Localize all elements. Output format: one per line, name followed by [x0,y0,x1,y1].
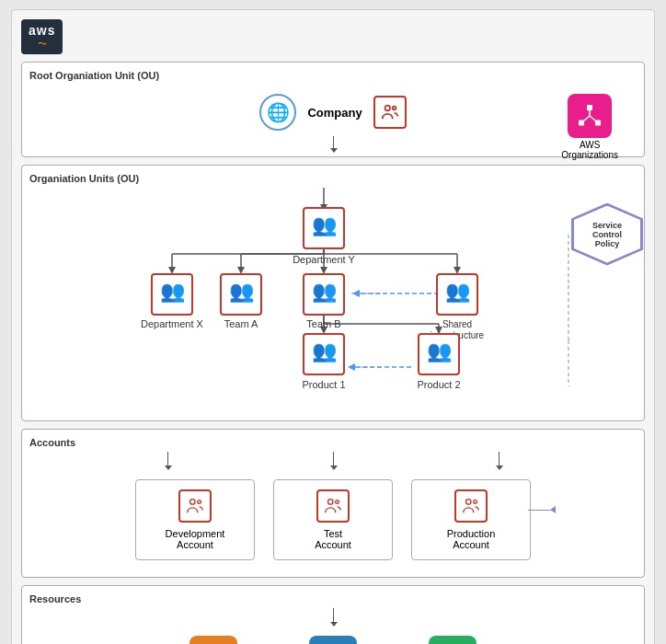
aws-organizations-label: AWSOrganizations [561,140,618,160]
svg-text:Product 1: Product 1 [302,379,345,390]
compute-icon [189,636,237,644]
aws-organizations-icon [568,94,612,138]
company-label: Company [307,106,362,120]
test-account-label: TestAccount [315,528,351,550]
resources-label: Resources [29,593,637,604]
product-1-node: 👥 Product 1 [302,334,345,390]
scp-label: ServiceControlPolicy [592,221,622,248]
team-a-node: 👥 Team A [221,274,261,329]
test-account-box: TestAccount [273,479,393,560]
svg-text:👥: 👥 [445,279,471,304]
company-users-icon [373,96,407,129]
resources-section: Resources [21,585,645,644]
svg-text:Department Y: Department Y [293,254,355,265]
svg-text:Product 2: Product 2 [417,379,460,390]
svg-text:Team B: Team B [306,318,340,329]
aws-smile: 〜 [38,38,47,51]
product-2-node: 👥 Product 2 [417,334,460,390]
svg-point-64 [328,500,334,505]
svg-marker-24 [454,267,461,274]
ou-section: Organiation Units (OU) ServiceControlPol… [21,165,645,421]
database-icon [309,636,357,644]
production-account-label: ProductionAccount [447,528,496,550]
svg-rect-2 [587,105,592,110]
svg-text:👥: 👥 [229,279,255,304]
aws-text: aws [29,23,55,38]
scp-hexagon-container: ServiceControlPolicy [570,202,644,266]
root-ou-content: 🌐 Company [29,85,637,140]
svg-point-66 [466,500,472,505]
aws-organizations-box: AWSOrganizations [561,94,618,160]
main-container: aws 〜 Root Organiation Unit (OU) 🌐 Compa… [11,9,655,644]
svg-line-7 [590,116,598,123]
svg-line-6 [581,116,590,123]
production-account-icon [454,489,488,523]
svg-text:Department X: Department X [141,318,204,329]
svg-point-63 [198,500,201,504]
root-ou-label: Root Organiation Unit (OU) [29,70,637,81]
scp-hexagon: ServiceControlPolicy [571,202,643,266]
svg-marker-13 [168,267,176,274]
database-resource: Database [292,636,374,644]
development-account-label: DevelopmentAccount [166,528,225,550]
svg-text:👥: 👥 [160,279,186,304]
dept-y-node: 👥 Department Y [293,208,355,265]
svg-text:Shared: Shared [442,319,472,329]
production-account-box: ProductionAccount [411,479,531,560]
svg-point-0 [385,106,390,111]
svg-text:👥: 👥 [427,339,453,363]
ou-tree-diagram: 👥 Department Y 👥 Department X 👥 Team A 👥… [29,188,637,413]
svg-marker-17 [237,267,245,274]
dept-x-node: 👥 Department X [141,274,204,329]
svg-text:👥: 👥 [312,339,338,363]
shared-infra-node: 👥 Shared infrastructure [431,274,485,340]
ou-label: Organiation Units (OU) [29,173,637,184]
resources-row: Compute Database [29,627,637,644]
accounts-section: Accounts [21,429,645,578]
svg-marker-20 [320,267,327,274]
test-account-icon [316,489,350,523]
accounts-label: Accounts [29,437,637,448]
aws-logo-box: aws 〜 [21,19,63,54]
globe-icon: 🌐 [259,94,296,131]
svg-text:👥: 👥 [312,279,338,304]
team-b-node: 👥 Team B [304,274,344,329]
svg-point-1 [392,107,396,110]
aws-logo: aws 〜 [21,19,645,54]
svg-point-65 [336,500,339,504]
storage-icon [429,636,477,644]
storage-resource: Simple StorageService [411,636,494,644]
development-account-box: DevelopmentAccount [135,479,255,560]
svg-point-62 [190,500,196,505]
svg-text:Team A: Team A [224,318,258,329]
svg-point-67 [474,500,477,504]
accounts-row: DevelopmentAccount TestAccount [29,470,637,569]
root-ou-section: Root Organiation Unit (OU) 🌐 Company [21,62,645,157]
compute-resource: Compute [172,636,255,644]
svg-text:👥: 👥 [312,213,338,237]
development-account-icon [178,489,212,523]
